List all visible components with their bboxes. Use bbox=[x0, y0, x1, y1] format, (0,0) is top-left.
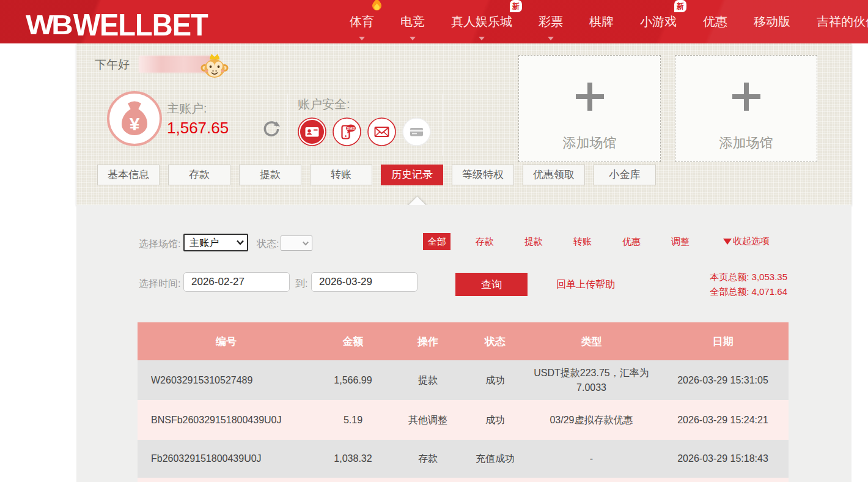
tab-deposit[interactable]: 存款 bbox=[168, 165, 230, 185]
account-balance: 1,567.65 bbox=[167, 119, 229, 138]
divider bbox=[442, 94, 443, 156]
status-select[interactable] bbox=[281, 235, 312, 251]
cell-id: W26032915310527489 bbox=[138, 360, 315, 400]
cell-date: 2026-03-29 15:31:05 bbox=[657, 360, 789, 400]
totals-summary: 本页总额: 3,053.35 全部总额: 4,071.64 bbox=[648, 270, 787, 299]
table-row-partial bbox=[138, 478, 789, 482]
col-header-date: 日期 bbox=[657, 322, 789, 360]
cell-empty bbox=[138, 478, 789, 482]
cell-status: 充值成功 bbox=[465, 440, 526, 478]
receipt-upload-help-link[interactable]: 回单上传帮助 bbox=[556, 278, 615, 291]
nav-item-mobile[interactable]: 移动版 bbox=[754, 13, 790, 30]
chevron-down-icon bbox=[479, 37, 485, 40]
nav-item-promotions[interactable]: 优惠 bbox=[703, 13, 727, 30]
to-label: 到: bbox=[295, 278, 307, 291]
cell-operation: 其他调整 bbox=[391, 400, 465, 440]
cell-id: BNSFb260329151800439U0J bbox=[138, 400, 315, 440]
nav-label: 小游戏 bbox=[640, 15, 677, 28]
all-total-value: 4,071.64 bbox=[752, 286, 787, 297]
add-venue-card[interactable]: 添加场馆 bbox=[518, 55, 661, 162]
type-tab-adjust[interactable]: 调整 bbox=[656, 236, 705, 248]
time-filter-label: 选择时间: bbox=[139, 278, 180, 291]
venue-filter-label: 选择场馆: bbox=[139, 238, 180, 251]
nav-item-lucky-partner[interactable]: 吉祥的伙伴 bbox=[817, 13, 868, 30]
tab-history-active[interactable]: 历史记录 bbox=[381, 165, 443, 185]
wellbet-logo[interactable]: WB WELLBET bbox=[26, 7, 208, 42]
plus-icon bbox=[732, 83, 760, 111]
nav-item-live-casino[interactable]: 真人娱乐城 新 bbox=[451, 13, 512, 30]
hot-flame-icon bbox=[372, 0, 382, 15]
account-tabs: 基本信息 存款 提款 转账 历史记录 等级特权 优惠领取 小金库 bbox=[97, 165, 656, 185]
svg-text:SMS: SMS bbox=[347, 126, 355, 130]
nav-item-esports[interactable]: 电竞 bbox=[400, 13, 425, 30]
bank-card-icon[interactable] bbox=[402, 117, 431, 146]
email-icon[interactable] bbox=[367, 117, 396, 146]
tab-vault[interactable]: 小金库 bbox=[594, 165, 656, 185]
main-nav-menu: 体育 电竞 真人娱乐城 新 彩票 棋牌 bbox=[350, 0, 868, 43]
tab-promo-claim[interactable]: 优惠领取 bbox=[523, 165, 585, 185]
collapse-options-label: 收起选项 bbox=[733, 235, 770, 247]
date-to-input[interactable] bbox=[311, 272, 417, 292]
tab-vip-privilege[interactable]: 等级特权 bbox=[452, 165, 514, 185]
nav-label: 真人娱乐城 bbox=[451, 15, 512, 28]
divider bbox=[287, 94, 288, 156]
type-tab-all-active[interactable]: 全部 bbox=[423, 233, 451, 250]
add-venue-card[interactable]: 添加场馆 bbox=[675, 55, 817, 162]
cell-status: 成功 bbox=[465, 400, 526, 440]
cell-operation: 存款 bbox=[391, 440, 465, 478]
money-bag-icon: ¥ bbox=[107, 91, 162, 149]
table-row: Fb260329151800439U0J 1,038.32 存款 充值成功 - … bbox=[138, 440, 789, 478]
cell-type: USDT提款223.75，汇率为7.0033 bbox=[526, 360, 657, 400]
collapse-options-link[interactable]: 收起选项 bbox=[723, 235, 770, 247]
logo-mark: WB bbox=[26, 9, 71, 40]
query-button[interactable]: 查询 bbox=[455, 273, 528, 296]
account-security-label: 账户安全: bbox=[298, 96, 350, 113]
type-tab-deposit[interactable]: 存款 bbox=[460, 236, 509, 248]
add-venue-label: 添加场馆 bbox=[675, 134, 817, 152]
nav-item-board-games[interactable]: 棋牌 bbox=[589, 13, 614, 30]
new-badge: 新 bbox=[510, 0, 522, 12]
venue-select-wrap: 主账户 bbox=[183, 234, 248, 251]
id-card-icon[interactable] bbox=[298, 117, 326, 146]
nav-label: 吉祥的伙伴 bbox=[817, 15, 868, 28]
svg-text:¥: ¥ bbox=[130, 114, 140, 134]
col-header-id: 编号 bbox=[138, 322, 315, 360]
chevron-down-icon bbox=[410, 37, 416, 40]
cell-amount: 1,566.99 bbox=[315, 360, 391, 400]
logo-text: WELLBET bbox=[73, 7, 208, 42]
cell-amount: 5.19 bbox=[315, 400, 391, 440]
type-tab-transfer[interactable]: 转账 bbox=[558, 236, 607, 248]
records-table: 编号 金额 操作 状态 类型 日期 W26032915310527489 1,5… bbox=[138, 322, 789, 482]
nav-label: 体育 bbox=[350, 15, 374, 28]
col-header-type: 类型 bbox=[526, 322, 657, 360]
all-total-label: 全部总额: bbox=[710, 286, 749, 297]
tab-basic-info[interactable]: 基本信息 bbox=[97, 165, 160, 185]
chevron-down-icon bbox=[548, 37, 554, 40]
tab-transfer[interactable]: 转账 bbox=[310, 165, 372, 185]
status-select-wrap bbox=[281, 235, 312, 251]
nav-item-sports[interactable]: 体育 bbox=[350, 13, 374, 30]
refresh-balance-icon[interactable] bbox=[262, 119, 281, 139]
plus-icon bbox=[576, 83, 604, 111]
nav-item-lottery[interactable]: 彩票 bbox=[539, 13, 563, 30]
triangle-down-icon bbox=[723, 239, 732, 245]
account-panel: 下午好 bbox=[76, 43, 851, 205]
venue-select[interactable]: 主账户 bbox=[183, 234, 248, 251]
new-badge: 新 bbox=[674, 0, 686, 12]
col-header-operation: 操作 bbox=[391, 322, 465, 360]
cell-date: 2026-03-29 15:18:43 bbox=[657, 440, 789, 478]
type-tab-withdraw[interactable]: 提款 bbox=[509, 236, 558, 248]
tab-withdraw[interactable]: 提款 bbox=[239, 165, 301, 185]
add-venue-label: 添加场馆 bbox=[519, 134, 660, 152]
monkey-crown-emoji-icon bbox=[200, 52, 229, 81]
nav-item-mini-games[interactable]: 小游戏 新 bbox=[640, 13, 677, 30]
type-tab-promo[interactable]: 优惠 bbox=[607, 236, 656, 248]
top-nav-bar: WB WELLBET 体育 电竞 真人娱乐城 新 彩票 bbox=[0, 0, 868, 43]
col-header-amount: 金额 bbox=[315, 322, 391, 360]
status-filter-label: 状态: bbox=[257, 238, 279, 251]
table-row: W26032915310527489 1,566.99 提款 成功 USDT提款… bbox=[138, 360, 789, 400]
cell-operation: 提款 bbox=[391, 360, 465, 400]
date-from-input[interactable] bbox=[183, 272, 290, 292]
account-page: WB WELLBET 体育 电竞 真人娱乐城 新 彩票 bbox=[0, 0, 868, 482]
sms-phone-icon[interactable]: SMS bbox=[333, 117, 361, 146]
